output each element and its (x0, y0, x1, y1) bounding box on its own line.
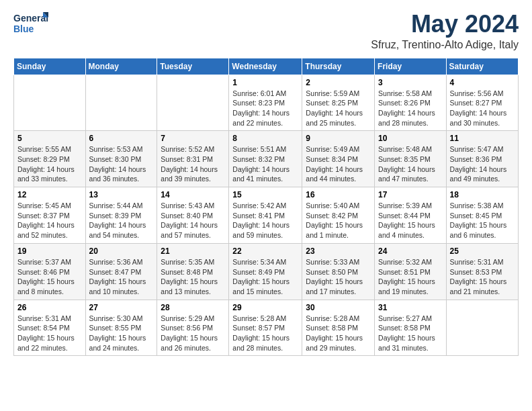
calendar-cell: 25Sunrise: 5:31 AMSunset: 8:53 PMDayligh… (446, 243, 518, 300)
day-number: 13 (89, 190, 154, 199)
day-info: Sunrise: 5:44 AMSunset: 8:39 PMDaylight:… (89, 201, 154, 240)
day-number: 22 (232, 246, 298, 256)
day-info: Sunrise: 5:33 AMSunset: 8:50 PMDaylight:… (306, 257, 371, 297)
calendar-cell: 10Sunrise: 5:48 AMSunset: 8:35 PMDayligh… (375, 131, 447, 187)
calendar-cell: 24Sunrise: 5:32 AMSunset: 8:51 PMDayligh… (375, 243, 447, 300)
calendar-cell: 19Sunrise: 5:37 AMSunset: 8:46 PMDayligh… (14, 243, 86, 300)
day-number: 21 (161, 246, 225, 256)
day-number: 9 (306, 134, 371, 143)
calendar-cell: 26Sunrise: 5:31 AMSunset: 8:54 PMDayligh… (14, 300, 86, 356)
day-info: Sunrise: 5:27 AMSunset: 8:58 PMDaylight:… (378, 314, 443, 353)
day-number: 8 (232, 134, 298, 143)
day-number: 16 (306, 190, 371, 199)
day-number: 14 (161, 190, 225, 199)
day-number: 28 (161, 303, 225, 312)
calendar-cell: 12Sunrise: 5:45 AMSunset: 8:37 PMDayligh… (14, 187, 86, 244)
day-info: Sunrise: 5:40 AMSunset: 8:42 PMDaylight:… (306, 201, 371, 240)
day-number: 29 (232, 303, 298, 312)
logo-svg: General Blue (13, 11, 48, 38)
calendar-cell: 5Sunrise: 5:55 AMSunset: 8:29 PMDaylight… (14, 131, 86, 187)
day-info: Sunrise: 5:45 AMSunset: 8:37 PMDaylight:… (17, 201, 82, 240)
day-info: Sunrise: 5:49 AMSunset: 8:34 PMDaylight:… (306, 144, 371, 184)
day-info: Sunrise: 5:47 AMSunset: 8:36 PMDaylight:… (450, 144, 515, 184)
day-number: 1 (232, 78, 298, 87)
day-info: Sunrise: 5:43 AMSunset: 8:40 PMDaylight:… (161, 201, 225, 240)
day-info: Sunrise: 5:29 AMSunset: 8:56 PMDaylight:… (161, 314, 225, 353)
day-info: Sunrise: 5:28 AMSunset: 8:57 PMDaylight:… (232, 314, 298, 353)
day-number: 11 (450, 134, 515, 143)
svg-text:Blue: Blue (13, 24, 34, 34)
weekday-header-wednesday: Wednesday (229, 58, 302, 75)
calendar-cell: 27Sunrise: 5:30 AMSunset: 8:55 PMDayligh… (85, 300, 157, 356)
calendar-cell (85, 75, 157, 131)
day-info: Sunrise: 5:51 AMSunset: 8:32 PMDaylight:… (232, 144, 298, 184)
day-info: Sunrise: 5:31 AMSunset: 8:53 PMDaylight:… (450, 257, 515, 297)
day-number: 31 (378, 303, 443, 312)
day-info: Sunrise: 5:58 AMSunset: 8:26 PMDaylight:… (378, 89, 443, 128)
calendar-cell: 4Sunrise: 5:56 AMSunset: 8:27 PMDaylight… (446, 75, 518, 131)
calendar-cell: 30Sunrise: 5:28 AMSunset: 8:58 PMDayligh… (302, 300, 375, 356)
day-number: 17 (378, 190, 443, 199)
header: General Blue May 2024 Sfruz, Trentino-Al… (13, 11, 519, 51)
subtitle: Sfruz, Trentino-Alto Adige, Italy (371, 39, 519, 51)
day-info: Sunrise: 5:30 AMSunset: 8:55 PMDaylight:… (89, 314, 154, 353)
weekday-header-monday: Monday (85, 58, 157, 75)
weekday-header-sunday: Sunday (14, 58, 86, 75)
day-info: Sunrise: 5:48 AMSunset: 8:35 PMDaylight:… (378, 144, 443, 184)
calendar-cell (14, 75, 86, 131)
day-info: Sunrise: 5:31 AMSunset: 8:54 PMDaylight:… (17, 314, 82, 353)
calendar-cell: 7Sunrise: 5:52 AMSunset: 8:31 PMDaylight… (157, 131, 229, 187)
weekday-header-thursday: Thursday (302, 58, 375, 75)
calendar-cell: 8Sunrise: 5:51 AMSunset: 8:32 PMDaylight… (229, 131, 302, 187)
calendar-cell (446, 300, 518, 356)
day-number: 26 (17, 303, 82, 312)
day-info: Sunrise: 5:55 AMSunset: 8:29 PMDaylight:… (17, 144, 82, 184)
calendar-table: SundayMondayTuesdayWednesdayThursdayFrid… (13, 58, 519, 357)
page: General Blue May 2024 Sfruz, Trentino-Al… (0, 0, 532, 363)
calendar-cell: 23Sunrise: 5:33 AMSunset: 8:50 PMDayligh… (302, 243, 375, 300)
calendar-cell: 9Sunrise: 5:49 AMSunset: 8:34 PMDaylight… (302, 131, 375, 187)
day-info: Sunrise: 5:42 AMSunset: 8:41 PMDaylight:… (232, 201, 298, 240)
calendar-cell: 15Sunrise: 5:42 AMSunset: 8:41 PMDayligh… (229, 187, 302, 244)
logo: General Blue (13, 11, 48, 38)
day-number: 3 (378, 78, 443, 87)
calendar-cell: 11Sunrise: 5:47 AMSunset: 8:36 PMDayligh… (446, 131, 518, 187)
day-number: 20 (89, 246, 154, 256)
day-number: 23 (306, 246, 371, 256)
calendar-cell: 29Sunrise: 5:28 AMSunset: 8:57 PMDayligh… (229, 300, 302, 356)
calendar-cell: 31Sunrise: 5:27 AMSunset: 8:58 PMDayligh… (375, 300, 447, 356)
calendar-cell: 2Sunrise: 5:59 AMSunset: 8:25 PMDaylight… (302, 75, 375, 131)
day-info: Sunrise: 6:01 AMSunset: 8:23 PMDaylight:… (232, 89, 298, 128)
calendar-cell: 20Sunrise: 5:36 AMSunset: 8:47 PMDayligh… (85, 243, 157, 300)
day-number: 25 (450, 246, 515, 256)
day-number: 6 (89, 134, 154, 143)
day-number: 18 (450, 190, 515, 199)
calendar-cell: 3Sunrise: 5:58 AMSunset: 8:26 PMDaylight… (375, 75, 447, 131)
day-number: 10 (378, 134, 443, 143)
weekday-header-saturday: Saturday (446, 58, 518, 75)
week-row-4: 19Sunrise: 5:37 AMSunset: 8:46 PMDayligh… (14, 243, 519, 300)
calendar-cell: 6Sunrise: 5:53 AMSunset: 8:30 PMDaylight… (85, 131, 157, 187)
day-number: 30 (306, 303, 371, 312)
week-row-2: 5Sunrise: 5:55 AMSunset: 8:29 PMDaylight… (14, 131, 519, 187)
calendar-cell (157, 75, 229, 131)
day-number: 19 (17, 246, 82, 256)
day-number: 7 (161, 134, 225, 143)
calendar-cell: 1Sunrise: 6:01 AMSunset: 8:23 PMDaylight… (229, 75, 302, 131)
day-info: Sunrise: 5:35 AMSunset: 8:48 PMDaylight:… (161, 257, 225, 297)
calendar-cell: 18Sunrise: 5:38 AMSunset: 8:45 PMDayligh… (446, 187, 518, 244)
calendar-cell: 21Sunrise: 5:35 AMSunset: 8:48 PMDayligh… (157, 243, 229, 300)
calendar-cell: 13Sunrise: 5:44 AMSunset: 8:39 PMDayligh… (85, 187, 157, 244)
day-info: Sunrise: 5:37 AMSunset: 8:46 PMDaylight:… (17, 257, 82, 297)
day-number: 24 (378, 246, 443, 256)
week-row-5: 26Sunrise: 5:31 AMSunset: 8:54 PMDayligh… (14, 300, 519, 356)
week-row-1: 1Sunrise: 6:01 AMSunset: 8:23 PMDaylight… (14, 75, 519, 131)
day-info: Sunrise: 5:59 AMSunset: 8:25 PMDaylight:… (306, 89, 371, 128)
calendar-cell: 16Sunrise: 5:40 AMSunset: 8:42 PMDayligh… (302, 187, 375, 244)
title-block: May 2024 Sfruz, Trentino-Alto Adige, Ita… (371, 11, 519, 51)
day-info: Sunrise: 5:32 AMSunset: 8:51 PMDaylight:… (378, 257, 443, 297)
day-info: Sunrise: 5:52 AMSunset: 8:31 PMDaylight:… (161, 144, 225, 184)
day-info: Sunrise: 5:39 AMSunset: 8:44 PMDaylight:… (378, 201, 443, 240)
calendar-cell: 17Sunrise: 5:39 AMSunset: 8:44 PMDayligh… (375, 187, 447, 244)
day-info: Sunrise: 5:34 AMSunset: 8:49 PMDaylight:… (232, 257, 298, 297)
